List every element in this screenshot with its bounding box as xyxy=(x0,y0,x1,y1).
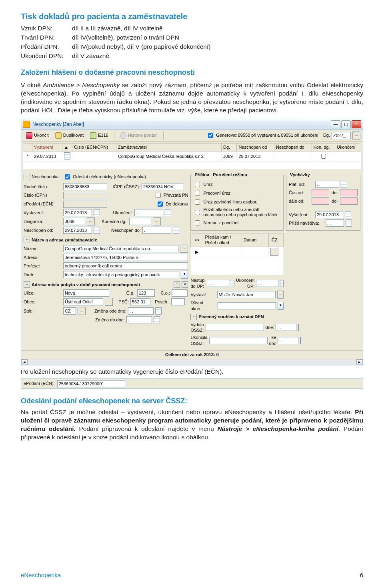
predan-table[interactable]: >>Předán kam / Přišel odkudDatumIČZ ▶… xyxy=(190,233,284,275)
ulice-input[interactable] xyxy=(63,289,109,297)
datepicker-icon[interactable] xyxy=(64,152,70,159)
datepicker-icon[interactable] xyxy=(173,227,179,234)
col-header[interactable]: Neschopen od xyxy=(237,143,274,151)
col-header[interactable]: IČZ xyxy=(268,233,283,247)
obec-input[interactable] xyxy=(63,298,103,305)
datepicker-icon[interactable] xyxy=(94,209,100,216)
psc-input[interactable] xyxy=(130,298,150,305)
neschopen-do-input[interactable] xyxy=(142,227,171,234)
col-header[interactable]: Ukončení xyxy=(335,143,361,151)
generate-checkbox[interactable]: Generovat 09550 při vystavení a 09551 př… xyxy=(206,132,318,139)
close-button[interactable]: × xyxy=(352,120,361,128)
col-header[interactable]: Předán kam / Přišel odkud xyxy=(203,233,242,247)
dropdown-toggle[interactable]: ▾ xyxy=(181,271,188,279)
cell[interactable]: 29.07.2013 xyxy=(32,151,62,162)
vystavil-input[interactable] xyxy=(217,291,276,298)
zmena-od-input[interactable] xyxy=(128,307,154,315)
checkbox[interactable] xyxy=(156,193,161,198)
checkbox[interactable] xyxy=(195,220,200,225)
checkbox[interactable] xyxy=(321,154,326,159)
col-header[interactable]: Datum xyxy=(242,233,268,247)
col-header[interactable]: Zaměstnavatel xyxy=(116,143,221,151)
datepicker-icon[interactable] xyxy=(154,316,160,323)
col-header[interactable]: Kon. dg. xyxy=(312,143,335,151)
dokursu-checkbox[interactable]: Do dekursu xyxy=(156,200,188,208)
scrollbar[interactable]: ◂▸ xyxy=(21,359,363,365)
vysetreni-input[interactable] xyxy=(315,211,343,218)
lookup-button[interactable]: … xyxy=(87,217,95,225)
records-table[interactable]: Vystavení ▲ Číslo (EČN/ČPN) Zaměstnavate… xyxy=(23,143,361,170)
send-electronic-checkbox[interactable]: Odeslat elektronicky (eNeschopenka) xyxy=(63,173,146,181)
lookup-button[interactable]: … xyxy=(153,217,161,225)
titlebar[interactable]: Neschopenky [Jan Abel] — ▢ × xyxy=(21,119,363,130)
checkbox[interactable] xyxy=(195,199,200,205)
lookup-button[interactable]: … xyxy=(352,132,360,140)
cell[interactable]: 29.07.2013 xyxy=(237,151,274,162)
pristi-navsteva-input[interactable] xyxy=(326,219,344,227)
table-row[interactable]: ▶… xyxy=(191,247,284,257)
close-action[interactable]: Ukončit xyxy=(24,131,51,140)
cas-do-input[interactable] xyxy=(340,189,358,196)
ukoncila-ossz-input[interactable] xyxy=(209,337,268,344)
lookup-button[interactable]: … xyxy=(270,248,278,256)
prevzata-checkbox[interactable]: Převzatá PN xyxy=(154,191,188,199)
scroll-left-button[interactable]: ◂ xyxy=(21,359,28,365)
checkbox[interactable] xyxy=(208,133,213,138)
employer-name-input[interactable] xyxy=(63,245,178,252)
p-button[interactable]: P xyxy=(182,281,188,288)
konecna-dg-input[interactable] xyxy=(129,218,151,225)
t-button[interactable]: T xyxy=(174,281,180,288)
cpn-input[interactable] xyxy=(63,192,107,199)
e116-action[interactable]: E116 xyxy=(88,131,111,140)
checkbox[interactable] xyxy=(158,201,163,207)
posch-input[interactable] xyxy=(171,298,185,305)
ukonceni-input[interactable] xyxy=(134,209,163,216)
vydala-ossz-input[interactable] xyxy=(206,324,264,331)
vystaveni-input[interactable] xyxy=(63,209,92,216)
checkbox[interactable] xyxy=(195,182,200,187)
history-action[interactable]: Historie podání xyxy=(118,131,160,140)
collapse-toggle[interactable]: − xyxy=(24,174,30,180)
checkbox[interactable] xyxy=(195,210,200,215)
checkbox[interactable] xyxy=(195,191,200,196)
cas-od-input[interactable] xyxy=(312,189,329,196)
duvod-input[interactable] xyxy=(218,302,276,309)
dale-od-input[interactable] xyxy=(312,197,329,205)
minimize-button[interactable]: — xyxy=(331,120,340,128)
cp-input[interactable] xyxy=(137,289,155,297)
diagnoza-input[interactable] xyxy=(63,218,85,225)
collapse-toggle[interactable]: − xyxy=(190,314,197,320)
col-header[interactable]: Vystavení xyxy=(32,143,62,151)
datepicker-icon[interactable] xyxy=(165,209,171,216)
duplicate-action[interactable]: Duplikovat xyxy=(53,131,86,140)
employer-addr-input[interactable] xyxy=(63,254,188,261)
checkbox[interactable] xyxy=(65,174,70,179)
col-marker[interactable] xyxy=(23,143,32,151)
table-row[interactable]: * 29.07.2013 CompuGroup Medical Česká re… xyxy=(23,151,361,162)
lookup-button[interactable]: … xyxy=(277,291,284,299)
maximize-button[interactable]: ▢ xyxy=(341,120,351,128)
cell[interactable]: J069 xyxy=(221,151,236,162)
lookup-button[interactable]: … xyxy=(105,298,113,306)
cell[interactable] xyxy=(274,151,312,162)
scroll-right-button[interactable]: ▸ xyxy=(356,359,363,365)
ukon-up-input[interactable] xyxy=(256,280,278,287)
col-header[interactable]: Číslo (EČN/ČPN) xyxy=(72,143,116,151)
dale-do-input[interactable] xyxy=(340,197,358,205)
cell[interactable] xyxy=(72,151,116,162)
druh-input[interactable] xyxy=(63,271,179,278)
datepicker-icon[interactable] xyxy=(345,211,351,218)
datepicker-icon[interactable] xyxy=(231,280,234,287)
plati-od-input[interactable] xyxy=(315,181,339,188)
dropdown-toggle[interactable]: ▾ xyxy=(278,302,284,310)
collapse-toggle[interactable]: − xyxy=(24,281,30,288)
datepicker-icon[interactable] xyxy=(346,219,352,227)
cell[interactable]: CompuGroup Medical Česká republika s.r.o… xyxy=(116,151,221,162)
lookup-button[interactable]: … xyxy=(180,245,188,253)
nastup-up-input[interactable] xyxy=(207,280,229,287)
rodne-cislo-input[interactable] xyxy=(63,183,107,190)
col-sort[interactable]: ▲ xyxy=(62,143,72,151)
zmena-do-input[interactable] xyxy=(126,316,152,323)
neschopen-od-input[interactable] xyxy=(63,227,92,234)
co-input[interactable] xyxy=(172,289,188,297)
